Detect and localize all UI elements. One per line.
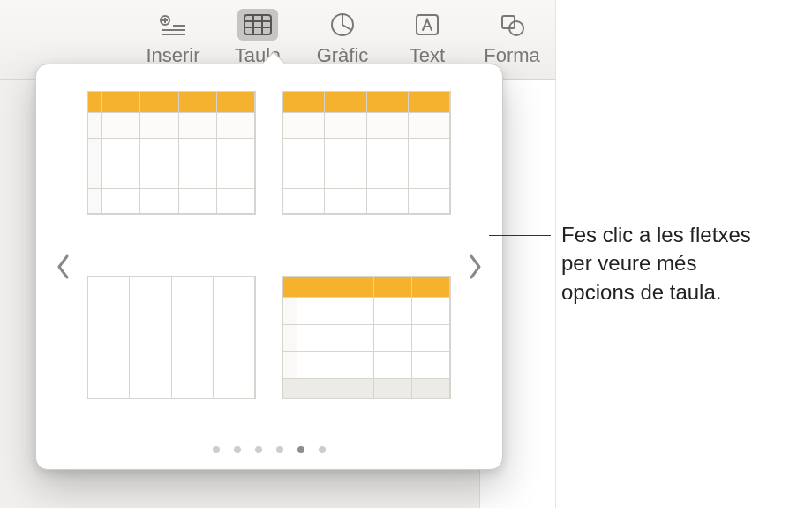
page-dot[interactable] (213, 446, 220, 453)
toolbar-label: Inserir (146, 44, 199, 65)
page-dot[interactable] (276, 446, 283, 453)
grafic-button[interactable]: Gràfic (300, 9, 385, 65)
table-style-grid (79, 64, 460, 469)
next-page-arrow[interactable] (460, 240, 490, 293)
previous-page-arrow[interactable] (49, 240, 79, 293)
forma-button[interactable]: Forma (470, 9, 554, 65)
callout-text: Fes clic a les fletxes per veure més opc… (561, 221, 812, 307)
inserir-button[interactable]: Inserir (131, 9, 215, 65)
shape-icon (492, 9, 532, 41)
table-icon (237, 9, 278, 41)
chart-icon (322, 9, 363, 41)
table-styles-popover (35, 64, 503, 470)
insert-icon (153, 9, 193, 41)
table-style-header-only[interactable] (282, 91, 451, 215)
table-style-header-stub[interactable] (87, 91, 256, 215)
callout-leader-line (489, 235, 551, 236)
page-dot[interactable] (319, 446, 326, 453)
table-style-header-footer[interactable] (282, 276, 451, 399)
text-icon (407, 9, 447, 41)
text-button[interactable]: Text (385, 9, 470, 65)
svg-rect-6 (244, 15, 271, 34)
taula-button[interactable]: Taula (215, 9, 300, 65)
page-dot[interactable] (297, 446, 304, 453)
page-dot[interactable] (255, 446, 262, 453)
toolbar-label: Forma (484, 44, 540, 65)
table-style-plain[interactable] (87, 276, 256, 399)
toolbar-label: Text (410, 44, 445, 65)
page-dots (36, 446, 502, 453)
page-dot[interactable] (234, 446, 241, 453)
svg-line-13 (342, 25, 351, 30)
toolbar-label: Gràfic (317, 44, 369, 65)
